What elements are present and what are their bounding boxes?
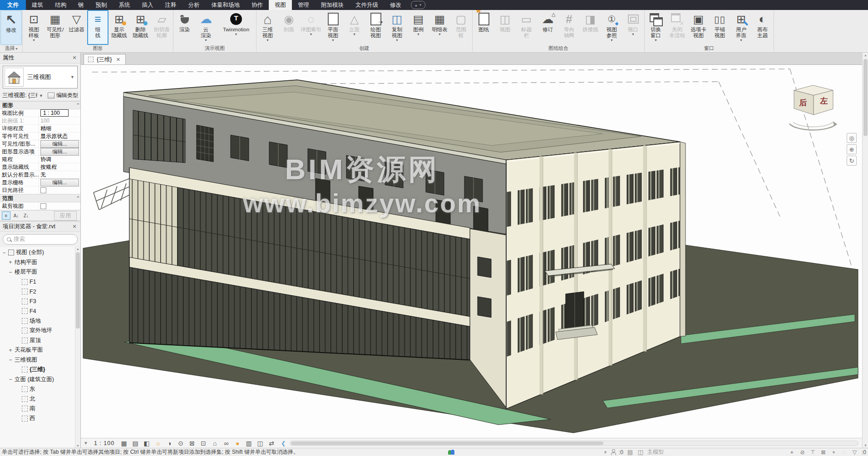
collapse-icon[interactable] — [77, 103, 78, 108]
filter-list-icon[interactable]: ≡ — [2, 211, 10, 220]
file-menu-button[interactable]: 文件 — [0, 0, 26, 10]
view-cube[interactable]: 后 左 — [786, 81, 840, 139]
property-value[interactable] — [39, 203, 80, 209]
drag-elements-toggle-icon[interactable]: ⊘ — [799, 449, 806, 456]
collapse-icon[interactable] — [77, 196, 78, 201]
sort-ascending-icon[interactable]: A↓ — [12, 211, 20, 220]
close-icon[interactable] — [71, 224, 78, 230]
tree-item[interactable]: + 天花板平面 — [0, 345, 80, 355]
titleblock-button[interactable]: 标题栏▼ — [516, 10, 537, 45]
show-crop-region-icon[interactable]: ⊡ — [200, 440, 207, 447]
tile-views-button[interactable]: 平铺视图▼ — [709, 10, 730, 45]
menu-tab-analyze[interactable]: 分析 — [182, 0, 206, 10]
horizontal-scrollbar[interactable] — [290, 441, 858, 446]
visual-style-icon[interactable]: ◧ — [143, 440, 150, 447]
tree-item[interactable]: − 立面 (建筑立面) — [0, 375, 80, 385]
menu-tab-architecture[interactable]: 建筑 — [26, 0, 49, 10]
tree-item[interactable]: − 楼层平面 — [0, 267, 80, 277]
expander-icon[interactable]: + — [8, 347, 13, 353]
duplicate-view-button[interactable]: 复制视图▼ — [386, 10, 408, 45]
menu-tab-annotate[interactable]: 注释 — [159, 0, 182, 10]
close-icon[interactable] — [71, 55, 78, 61]
worksets-icon[interactable]: ▤ — [626, 449, 634, 456]
chevron-down-icon[interactable]: ▼ — [603, 450, 607, 455]
detail-level-icon[interactable]: ▤ — [132, 440, 139, 447]
close-inactive-button[interactable]: 关闭非活动▼ — [666, 10, 688, 45]
menu-tab-modify[interactable]: 修改 — [384, 0, 407, 10]
legends-button[interactable]: 图例▼ — [408, 10, 429, 45]
worksharing-icon[interactable] — [448, 450, 455, 455]
expander-icon[interactable]: − — [8, 269, 13, 275]
tree-item[interactable]: − 三维视图 — [0, 355, 80, 365]
design-options-icon[interactable]: ◫ — [637, 449, 644, 456]
tree-item[interactable]: 西 — [0, 414, 80, 424]
cut-profile-button[interactable]: 剖切面轮廓▼ — [151, 10, 173, 45]
selection-filter-icon[interactable]: ▽ — [851, 449, 858, 456]
progress-spinner-icon[interactable]: ◌ — [840, 449, 848, 456]
select-links-toggle-icon[interactable]: ⌖ — [788, 449, 796, 456]
view-selector[interactable]: 三维视图: {三维} — [2, 92, 37, 99]
canvas-theme-button[interactable]: 画布主题▼ — [752, 10, 773, 45]
scale-button[interactable]: 1 : 100 — [92, 440, 116, 446]
select-pinned-toggle-icon[interactable]: ⊤ — [809, 449, 817, 456]
render-button[interactable]: 渲染▼ — [174, 10, 195, 45]
sort-descending-icon[interactable]: Z↓ — [22, 211, 30, 220]
plan-views-button[interactable]: 平面视图▼ — [322, 10, 344, 45]
three-d-view-button[interactable]: 三维视图▼ — [257, 10, 278, 45]
shadows-icon[interactable]: ◑ — [166, 440, 173, 447]
menu-tab-insert[interactable]: 插入 — [136, 0, 159, 10]
tree-item[interactable]: − 视图 (全部) — [0, 248, 80, 258]
property-value[interactable]: 精细 — [39, 125, 80, 132]
switch-windows-button[interactable]: 切换窗口▼ — [645, 10, 666, 45]
expander-icon[interactable]: − — [8, 376, 13, 382]
expander-icon[interactable]: + — [8, 259, 13, 265]
revisions-button[interactable]: 修订▼ — [537, 10, 558, 45]
edit-type-button[interactable]: 编辑类型 — [56, 92, 78, 99]
matchline-button[interactable]: 拼接线▼ — [580, 10, 601, 45]
property-value[interactable]: 协调 — [39, 156, 80, 163]
drag-on-selection-icon[interactable]: + — [830, 449, 838, 456]
tree-item[interactable]: F1 — [0, 277, 80, 287]
modify-button[interactable]: 修改▼ — [0, 10, 22, 45]
tab-views-button[interactable]: 选项卡视图▼ — [688, 10, 709, 45]
schedules-button[interactable]: 明细表▼ — [429, 10, 450, 45]
tree-item[interactable]: 场地 — [0, 316, 80, 326]
remove-hidden-lines-button[interactable]: 删除隐藏线▼ — [130, 10, 151, 45]
tree-item[interactable]: 南 — [0, 404, 80, 414]
property-value[interactable]: 显示原状态 — [39, 132, 80, 140]
callout-button[interactable]: 详图索引▼ — [300, 10, 322, 45]
view-template-button[interactable]: 视图样板▼ — [23, 10, 44, 45]
close-tab-icon[interactable] — [115, 57, 121, 63]
scale-grid-icon[interactable]: ▦ — [120, 440, 128, 447]
select-underlay-toggle-icon[interactable]: ⊠ — [819, 449, 827, 456]
editing-requests-icon[interactable] — [611, 449, 616, 455]
3d-model-view[interactable] — [81, 65, 862, 438]
steering-wheel-icon[interactable]: ◎ — [847, 133, 857, 143]
collapse-icon[interactable]: ▼ — [84, 441, 88, 446]
section-graphics[interactable]: 图形 — [0, 101, 80, 109]
vertical-scrollbar[interactable] — [862, 53, 868, 448]
tree-item[interactable]: 北 — [0, 394, 80, 404]
tree-item[interactable]: F4 — [0, 306, 80, 316]
group-label-select[interactable]: 选择 — [0, 45, 22, 52]
property-value[interactable]: 100 — [39, 118, 80, 124]
tree-item[interactable]: 屋顶 — [0, 336, 80, 346]
menu-tab-collaborate[interactable]: 协作 — [246, 0, 269, 10]
user-interface-button[interactable]: 用户界面▼ — [730, 10, 752, 45]
crop-view-icon[interactable]: ⊠ — [188, 440, 196, 447]
expander-icon[interactable]: − — [2, 250, 6, 256]
tree-item[interactable]: 室外地坪 — [0, 326, 80, 336]
filters-button[interactable]: 过滤器▼ — [66, 10, 87, 45]
render-dialog-icon[interactable]: ⊙ — [177, 440, 184, 447]
property-value[interactable] — [39, 187, 80, 193]
show-hidden-lines-button[interactable]: 显示隐藏线▼ — [108, 10, 130, 45]
type-selector[interactable]: 三维视图 — [3, 66, 78, 88]
chevron-down-icon[interactable] — [70, 75, 74, 79]
menu-tab-view[interactable]: 视图 — [269, 0, 292, 10]
menu-tab-steel[interactable]: 钢 — [72, 0, 90, 10]
ribbon-collapse-toggle[interactable] — [411, 1, 425, 9]
thin-lines-button[interactable]: 细线▼ — [87, 10, 108, 45]
reveal-hidden-elements-icon[interactable]: ● — [234, 440, 241, 447]
property-value[interactable]: 编辑... — [39, 140, 80, 148]
sheet-button[interactable]: 图纸▼ — [473, 10, 494, 45]
